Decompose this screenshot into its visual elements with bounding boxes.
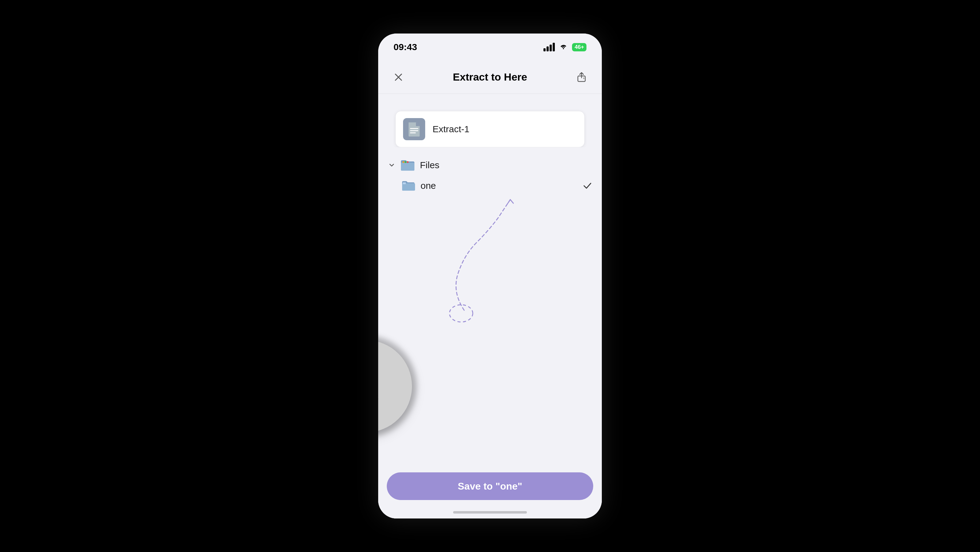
svg-rect-9 [401,163,414,171]
close-icon [393,72,403,82]
files-folder-row[interactable]: Files [387,155,593,175]
svg-rect-13 [402,183,415,191]
one-folder-label: one [420,180,578,191]
signal-bars-icon [544,43,555,51]
file-document-icon [403,118,425,140]
checkmark-icon [583,181,592,190]
bottom-area: Save to "one" [378,466,602,506]
arrow-annotation [415,181,538,322]
svg-point-12 [407,161,409,163]
status-bar: 09:43 46+ [378,34,602,61]
save-button-label: Save to "one" [458,481,522,492]
files-folder-icon [400,159,415,171]
close-button[interactable] [389,68,408,86]
home-bar [453,511,527,514]
folder-content: Files one [378,147,602,466]
modal-sheet: Extract to Here 0 [378,61,602,518]
svg-text:0: 0 [583,77,585,80]
share-icon: 0 [576,72,587,83]
phone-frame: 09:43 46+ Extract to Here [378,34,602,518]
modal-title: Extract to Here [408,71,572,83]
file-name-row [395,111,585,147]
save-to-button[interactable]: Save to "one" [387,472,593,500]
status-time: 09:43 [393,42,417,52]
svg-point-15 [449,305,473,322]
share-button[interactable]: 0 [572,68,591,86]
chevron-down-icon [388,161,395,169]
one-folder-icon [401,180,416,191]
status-icons: 46+ [544,42,587,52]
svg-point-10 [402,161,404,163]
battery-icon: 46+ [572,43,587,51]
one-folder-row[interactable]: one [387,175,593,196]
wifi-icon [559,42,568,52]
modal-header: Extract to Here 0 [378,61,602,94]
svg-point-11 [405,161,406,163]
files-folder-label: Files [420,160,592,171]
home-indicator [378,506,602,518]
file-icon-box [402,117,426,142]
file-name-input[interactable] [433,124,578,134]
